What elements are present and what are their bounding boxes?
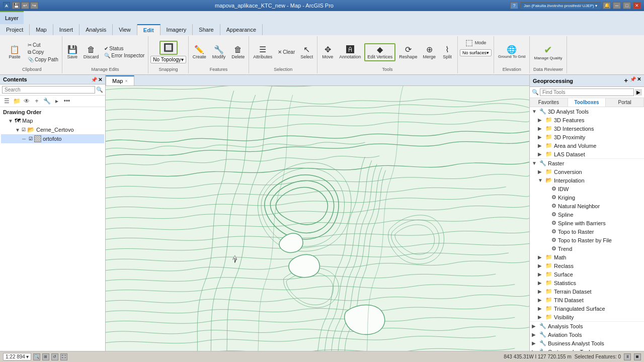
tool-kriging[interactable]: ⚙Kriging	[530, 193, 644, 202]
quick-access-redo[interactable]: ↪	[30, 2, 38, 9]
tool-conversion[interactable]: ▶📁Conversion	[530, 167, 644, 176]
geo-nav-toolboxes[interactable]: Toolboxes	[568, 98, 606, 107]
tool-raster[interactable]: ▼🔧Raster	[530, 158, 644, 167]
ground-to-grid-btn[interactable]: 🌐Ground To Grid	[496, 44, 528, 60]
contents-search-input[interactable]	[2, 86, 95, 94]
geo-nav-portal[interactable]: Portal	[606, 98, 644, 107]
tab-appearance[interactable]: Appearance	[220, 24, 263, 35]
list-by-visibility-btn[interactable]: 👁	[22, 97, 31, 106]
close-btn[interactable]: ✕	[633, 2, 641, 9]
tool-natural-neighbor[interactable]: ⚙Natural Neighbor	[530, 202, 644, 210]
layer-ortofoto[interactable]: ─ ☑ ortofoto	[1, 134, 104, 143]
split-btn[interactable]: ⌇Split	[439, 44, 455, 60]
contents-pin-btn[interactable]: 📌	[91, 77, 97, 82]
select-btn[interactable]: ↖Select	[298, 44, 315, 60]
mode-btn[interactable]: ⬚Mode	[463, 37, 489, 48]
layer-cerne-certovo[interactable]: ▼ ☑ 📂 Cerne_Certovo	[1, 125, 104, 134]
geo-close-btn[interactable]: ✕	[637, 76, 641, 85]
paste-btn[interactable]: 📋 Paste	[4, 44, 25, 60]
tool-spline[interactable]: ⚙Spline	[530, 210, 644, 219]
delete-btn[interactable]: 🗑Delete	[229, 44, 247, 60]
tool-topo-to-raster-by-file[interactable]: ⚙Topo to Raster by File	[530, 236, 644, 244]
rotate-btn[interactable]: ↺	[51, 353, 58, 360]
tab-analysis[interactable]: Analysis	[79, 24, 113, 35]
tool-surface[interactable]: ▶📁Surface	[530, 270, 644, 279]
notification-btn[interactable]: 🔔	[603, 2, 611, 9]
error-inspector-btn[interactable]: 🔍Error Inspector	[103, 52, 146, 59]
tool-topo-to-raster[interactable]: ⚙Topo to Raster	[530, 227, 644, 236]
attributes-btn[interactable]: ☰Attributes	[251, 44, 274, 60]
tool-tin-dataset[interactable]: ▶📁TIN Dataset	[530, 296, 644, 304]
tab-edit[interactable]: Edit	[137, 24, 160, 35]
status-btn[interactable]: ✔Status	[103, 45, 146, 52]
tab-share[interactable]: Share	[193, 24, 220, 35]
tool-idw[interactable]: ⚙IDW	[530, 185, 644, 193]
geo-search-input[interactable]	[540, 88, 634, 96]
tool-business-analyst[interactable]: ▶🔧Business Analyst Tools	[530, 339, 644, 347]
reshape-btn[interactable]: ⟳Reshape	[397, 44, 419, 60]
snapping-dropdown[interactable]: No Topology▾	[150, 56, 186, 63]
tool-3d-analyst[interactable]: ▼🔧3D Analyst Tools	[530, 107, 644, 116]
tab-imagery[interactable]: Imagery	[160, 24, 193, 35]
tool-area-volume[interactable]: ▶📁Area and Volume	[530, 141, 644, 150]
topo-map[interactable]	[106, 86, 529, 351]
edit-vertices-btn[interactable]: ◆Edit Vertices	[364, 43, 395, 61]
tool-3d-features[interactable]: ▶📁3D Features	[530, 116, 644, 124]
tool-terrain-dataset[interactable]: ▶📁Terrain Dataset	[530, 287, 644, 296]
map-tab-close[interactable]: ×	[125, 78, 127, 83]
tool-3d-proximity[interactable]: ▶📁3D Proximity	[530, 133, 644, 141]
tab-map[interactable]: Map	[30, 24, 53, 35]
annotation-btn[interactable]: 🅰Annotation	[337, 44, 363, 60]
help-button[interactable]: ?	[510, 2, 518, 9]
tool-spline-barriers[interactable]: ⚙Spline with Barriers	[530, 219, 644, 227]
tool-las-dataset[interactable]: ▶📁LAS Dataset	[530, 150, 644, 158]
layer-map[interactable]: ▼ 🗺 Map	[1, 116, 104, 125]
no-surfaces-dropdown[interactable]: No surfaces▾	[460, 49, 492, 56]
stop-btn[interactable]: ⏹	[634, 353, 641, 360]
add-layer-btn[interactable]: +	[32, 97, 41, 106]
modify-btn[interactable]: 🔧Modify	[210, 44, 228, 60]
restore-btn[interactable]: □	[623, 2, 631, 9]
fullscreen-btn[interactable]: ⛶	[60, 353, 67, 360]
move-btn[interactable]: ✥Move	[319, 44, 336, 60]
grid-btn[interactable]: ⊞	[42, 353, 49, 360]
snapping-main-btn[interactable]: 🔲	[159, 41, 178, 55]
minimize-btn[interactable]: ─	[613, 2, 621, 9]
tool-triangulated-surface[interactable]: ▶📁Triangulated Surface	[530, 304, 644, 313]
tool-trend[interactable]: ⚙Trend	[530, 244, 644, 253]
more-options-btn[interactable]: •••	[62, 97, 71, 106]
tool-cartography[interactable]: ▶🔧Cartography Tools	[530, 347, 644, 351]
clear-btn[interactable]: ✕Clear	[276, 49, 296, 55]
layer-options-btn[interactable]: 🔧	[42, 97, 51, 106]
discard-btn[interactable]: 🗑Discard	[82, 44, 101, 60]
geo-search-go-btn[interactable]: ▶	[635, 89, 642, 96]
contents-search-icon[interactable]: 🔍	[96, 86, 103, 93]
tool-visibility[interactable]: ▶📁Visibility	[530, 313, 644, 321]
list-by-drawing-order-btn[interactable]: ☰	[2, 97, 11, 106]
tool-reclass[interactable]: ▶📁Reclass	[530, 261, 644, 270]
pause-btn[interactable]: ⏸	[624, 353, 631, 360]
tool-aviation[interactable]: ▶🔧Aviation Tools	[530, 330, 644, 339]
tab-view[interactable]: View	[113, 24, 137, 35]
geo-pin-btn[interactable]: 📌	[630, 76, 636, 85]
layer-tab[interactable]: Layer	[0, 11, 24, 24]
create-btn[interactable]: ✏️Create	[191, 44, 208, 60]
save-btn[interactable]: 💾Save	[64, 44, 80, 60]
tool-3d-intersections[interactable]: ▶📁3D Intersections	[530, 124, 644, 133]
manage-quality-btn[interactable]: ✔ Manage Quality	[532, 43, 564, 61]
tool-statistics[interactable]: ▶📁Statistics	[530, 279, 644, 287]
zoom-to-page-btn[interactable]: 🔍	[33, 353, 40, 360]
quick-access-undo[interactable]: ↩	[21, 2, 29, 9]
tool-math[interactable]: ▶📁Math	[530, 253, 644, 261]
geo-nav-favorites[interactable]: Favorites	[530, 98, 568, 107]
list-by-source-btn[interactable]: 📁	[12, 97, 21, 106]
copy-btn[interactable]: ⧉Copy	[26, 49, 60, 56]
quick-access-save[interactable]: 💾	[12, 2, 20, 9]
copy-path-btn[interactable]: 📎Copy Path	[26, 56, 60, 63]
layer-arrow-btn[interactable]: ▸	[52, 97, 61, 106]
tab-insert[interactable]: Insert	[53, 24, 80, 35]
tool-interpolation[interactable]: ▼📂Interpolation	[530, 176, 644, 185]
geo-add-btn[interactable]: ＋	[623, 76, 629, 85]
tab-project[interactable]: Project	[0, 24, 30, 35]
merge-btn[interactable]: ⊕Merge	[421, 44, 438, 60]
